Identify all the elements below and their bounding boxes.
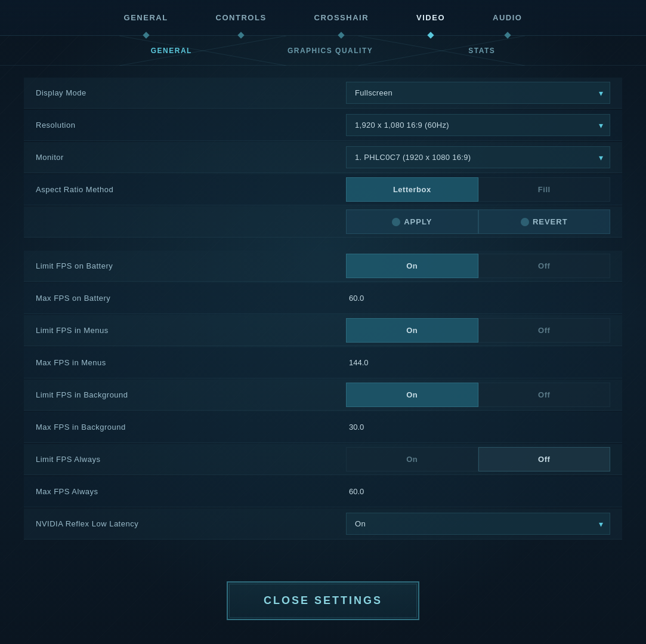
revert-icon <box>521 218 529 226</box>
apply-icon <box>392 218 400 226</box>
setting-max-fps-background: Max FPS in Background 30.0 <box>24 412 622 443</box>
limit-fps-menus-off-btn[interactable]: Off <box>478 318 611 343</box>
limit-fps-always-toggle: On Off <box>346 447 610 472</box>
limit-fps-menus-toggle: On Off <box>346 318 610 343</box>
setting-aspect-ratio-control: Letterbox Fill <box>346 177 610 202</box>
setting-limit-fps-battery: Limit FPS on Battery On Off <box>24 251 622 282</box>
aspect-ratio-letterbox-btn[interactable]: Letterbox <box>346 177 478 202</box>
setting-max-fps-battery: Max FPS on Battery 60.0 <box>24 283 622 314</box>
limit-fps-menus-on-btn[interactable]: On <box>346 318 478 343</box>
setting-aspect-ratio: Aspect Ratio Method Letterbox Fill <box>24 174 622 205</box>
setting-nvidia-reflex-label: NVIDIA Reflex Low Latency <box>36 519 346 528</box>
monitor-select-wrapper: 1. PHLC0C7 (1920 x 1080 16:9) <box>346 146 610 168</box>
nav-item-controls[interactable]: CONTROLS <box>192 0 290 35</box>
setting-nvidia-reflex: NVIDIA Reflex Low Latency On Off On + Bo… <box>24 509 622 540</box>
nav-item-crosshair[interactable]: CROSSHAIR <box>290 0 393 35</box>
nav-item-audio[interactable]: AUDIO <box>469 0 546 35</box>
setting-resolution: Resolution 1,920 x 1,080 16:9 (60Hz) 256… <box>24 110 622 141</box>
setting-max-fps-menus: Max FPS in Menus 144.0 <box>24 347 622 378</box>
setting-limit-fps-always-control: On Off <box>346 447 610 472</box>
limit-fps-always-off-btn[interactable]: Off <box>478 447 611 472</box>
resolution-select[interactable]: 1,920 x 1,080 16:9 (60Hz) 2560 x 1440 16… <box>346 114 610 136</box>
setting-max-fps-always: Max FPS Always 60.0 <box>24 476 622 507</box>
aspect-ratio-toggle-group: Letterbox Fill <box>346 177 610 202</box>
setting-max-fps-always-control: 60.0 <box>346 487 610 496</box>
nav-item-video[interactable]: VIDEO <box>392 0 469 35</box>
setting-aspect-ratio-label: Aspect Ratio Method <box>36 185 346 194</box>
close-settings-button[interactable]: CLOSE SETTINGS <box>227 581 419 620</box>
nvidia-reflex-select-wrapper: On Off On + Boost <box>346 513 610 535</box>
setting-limit-fps-menus: Limit FPS in Menus On Off <box>24 315 622 346</box>
spacer-1 <box>24 239 622 251</box>
setting-limit-fps-background-control: On Off <box>346 383 610 407</box>
app-container: GENERAL CONTROLS CROSSHAIR VIDEO AUDIO G… <box>0 0 646 644</box>
setting-display-mode-label: Display Mode <box>36 88 346 97</box>
nvidia-reflex-select[interactable]: On Off On + Boost <box>346 513 610 535</box>
setting-max-fps-menus-control: 144.0 <box>346 358 610 367</box>
setting-limit-fps-menus-label: Limit FPS in Menus <box>36 326 346 335</box>
setting-limit-fps-always: Limit FPS Always On Off <box>24 444 622 475</box>
apply-button[interactable]: APPLY <box>346 209 478 234</box>
subnav-item-graphics[interactable]: GRAPHICS QUALITY <box>240 36 421 66</box>
setting-display-mode-control: Fullscreen Windowed Borderless <box>346 82 610 104</box>
max-fps-battery-value: 60.0 <box>346 294 364 303</box>
setting-apply-revert: APPLY REVERT <box>24 207 622 238</box>
nav-item-general[interactable]: GENERAL <box>100 0 192 35</box>
subnav-item-general[interactable]: GENERAL <box>103 36 240 66</box>
bottom-area: CLOSE SETTINGS <box>0 563 646 644</box>
display-mode-select[interactable]: Fullscreen Windowed Borderless <box>346 82 610 104</box>
max-fps-background-value: 30.0 <box>346 423 364 432</box>
limit-fps-battery-off-btn[interactable]: Off <box>478 254 611 278</box>
sub-nav: GENERAL GRAPHICS QUALITY STATS <box>0 36 646 66</box>
top-nav: GENERAL CONTROLS CROSSHAIR VIDEO AUDIO <box>0 0 646 36</box>
setting-limit-fps-battery-control: On Off <box>346 254 610 278</box>
subnav-item-stats[interactable]: STATS <box>421 36 543 66</box>
revert-button[interactable]: REVERT <box>478 209 611 234</box>
resolution-select-wrapper: 1,920 x 1,080 16:9 (60Hz) 2560 x 1440 16… <box>346 114 610 136</box>
setting-monitor: Monitor 1. PHLC0C7 (1920 x 1080 16:9) <box>24 142 622 173</box>
max-fps-always-value: 60.0 <box>346 487 364 496</box>
setting-apply-revert-control: APPLY REVERT <box>346 209 610 234</box>
limit-fps-background-off-btn[interactable]: Off <box>478 383 611 407</box>
setting-limit-fps-battery-label: Limit FPS on Battery <box>36 261 346 270</box>
limit-fps-background-toggle: On Off <box>346 383 610 407</box>
setting-max-fps-background-control: 30.0 <box>346 423 610 432</box>
setting-display-mode: Display Mode Fullscreen Windowed Borderl… <box>24 78 622 109</box>
setting-limit-fps-always-label: Limit FPS Always <box>36 455 346 464</box>
setting-resolution-control: 1,920 x 1,080 16:9 (60Hz) 2560 x 1440 16… <box>346 114 610 136</box>
monitor-select[interactable]: 1. PHLC0C7 (1920 x 1080 16:9) <box>346 146 610 168</box>
limit-fps-battery-toggle: On Off <box>346 254 610 278</box>
setting-max-fps-battery-control: 60.0 <box>346 294 610 303</box>
setting-resolution-label: Resolution <box>36 121 346 130</box>
display-mode-select-wrapper: Fullscreen Windowed Borderless <box>346 82 610 104</box>
limit-fps-battery-on-btn[interactable]: On <box>346 254 478 278</box>
max-fps-menus-value: 144.0 <box>346 358 369 367</box>
setting-max-fps-battery-label: Max FPS on Battery <box>36 294 346 303</box>
settings-content: Display Mode Fullscreen Windowed Borderl… <box>0 66 646 563</box>
setting-limit-fps-background: Limit FPS in Background On Off <box>24 380 622 411</box>
setting-limit-fps-background-label: Limit FPS in Background <box>36 390 346 399</box>
action-group: APPLY REVERT <box>346 209 610 234</box>
limit-fps-always-on-btn[interactable]: On <box>346 447 478 472</box>
setting-max-fps-always-label: Max FPS Always <box>36 487 346 496</box>
limit-fps-background-on-btn[interactable]: On <box>346 383 478 407</box>
setting-max-fps-menus-label: Max FPS in Menus <box>36 358 346 367</box>
revert-label: REVERT <box>533 217 568 226</box>
setting-max-fps-background-label: Max FPS in Background <box>36 423 346 432</box>
setting-nvidia-reflex-control: On Off On + Boost <box>346 513 610 535</box>
setting-monitor-control: 1. PHLC0C7 (1920 x 1080 16:9) <box>346 146 610 168</box>
setting-monitor-label: Monitor <box>36 153 346 162</box>
aspect-ratio-fill-btn[interactable]: Fill <box>478 177 611 202</box>
setting-limit-fps-menus-control: On Off <box>346 318 610 343</box>
apply-label: APPLY <box>404 217 432 226</box>
